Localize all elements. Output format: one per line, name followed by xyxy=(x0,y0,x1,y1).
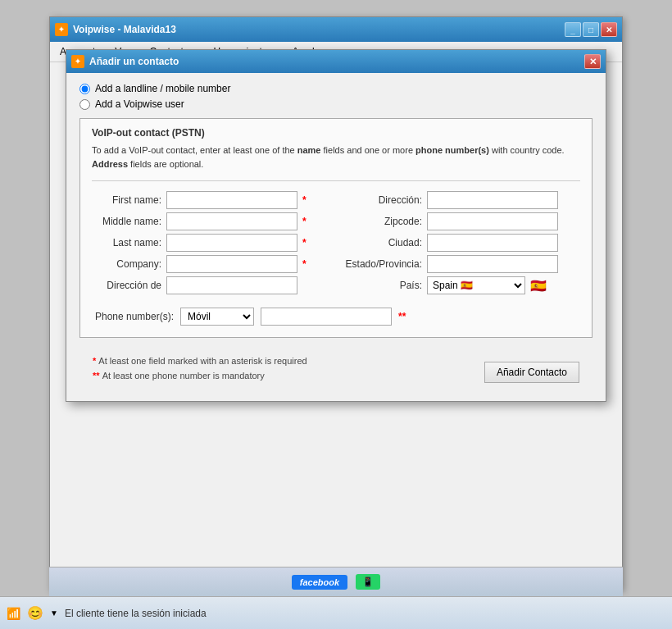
minimize-button[interactable]: _ xyxy=(565,22,581,37)
dropdown-arrow[interactable]: ▼ xyxy=(50,608,58,618)
desc-part2: fields and one or more xyxy=(320,145,415,155)
firstname-input[interactable] xyxy=(166,191,297,209)
company-star: * xyxy=(302,258,306,270)
desc-bold1: name xyxy=(297,145,321,155)
company-label: Company: xyxy=(92,258,161,270)
form-left-col: First name: * Middle name: * Last name: … xyxy=(92,191,328,298)
direccion-input[interactable] xyxy=(427,191,558,209)
dialog-title: Añadir un contacto xyxy=(89,56,179,67)
firstname-label: First name: xyxy=(92,194,161,206)
maximize-button[interactable]: □ xyxy=(583,22,599,37)
titlebar-left: ✦ Voipwise - Malavida13 xyxy=(55,23,176,36)
firstname-row: First name: * xyxy=(92,191,328,209)
firstname-star: * xyxy=(302,194,306,206)
radio-voipwise-label: Add a Voipwise user xyxy=(95,98,184,110)
footnotes: * At least one field marked with an aste… xyxy=(93,354,307,383)
middlename-input[interactable] xyxy=(166,212,297,230)
direccion-label: Dirección: xyxy=(344,194,422,206)
ciudad-input[interactable] xyxy=(427,234,558,252)
footnote1-text: At least one field marked with an asteri… xyxy=(98,356,306,366)
phone-type-select[interactable]: Móvil Casa Trabajo Otro xyxy=(180,308,254,326)
middlename-row: Middle name: * xyxy=(92,212,328,230)
phone-row: Phone number(s): Móvil Casa Trabajo Otro… xyxy=(92,308,580,326)
lastname-label: Last name: xyxy=(92,237,161,248)
direccion-de-row: Dirección de xyxy=(92,276,328,294)
dialog-window: ✦ Añadir un contacto ✕ Add a landline / … xyxy=(66,49,606,402)
zipcode-row: Zipcode: xyxy=(344,212,580,230)
smiley-icon: 😊 xyxy=(27,605,43,621)
company-input[interactable] xyxy=(166,255,297,273)
lastname-input[interactable] xyxy=(166,234,297,252)
ciudad-row: Ciudad: xyxy=(344,234,580,252)
footnote2-text: At least one phone number is mandatory xyxy=(102,371,265,381)
lastname-star: * xyxy=(302,237,306,248)
middlename-label: Middle name: xyxy=(92,216,161,227)
direccion-row: Dirección: xyxy=(344,191,580,209)
dialog-titlebar: ✦ Añadir un contacto ✕ xyxy=(66,50,606,73)
phone-label: Phone number(s): xyxy=(92,311,174,322)
whatsapp-button[interactable]: 📱 xyxy=(356,574,380,590)
desc-part4: fields are optional. xyxy=(128,159,203,169)
radio-group: Add a landline / mobile number Add a Voi… xyxy=(79,83,593,110)
radio-landline-label: Add a landline / mobile number xyxy=(95,83,230,94)
pais-select[interactable]: Spain 🇪🇸 France Germany United States xyxy=(427,276,525,294)
footer-area: * At least one field marked with an aste… xyxy=(79,346,593,391)
zipcode-label: Zipcode: xyxy=(344,216,422,227)
footnote2-star: ** xyxy=(93,371,102,381)
section-desc: To add a VoIP-out contact, enter at leas… xyxy=(92,144,580,171)
footnote2: ** At least one phone number is mandator… xyxy=(93,369,307,384)
desc-bold3: Address xyxy=(92,159,128,169)
company-row: Company: * xyxy=(92,255,328,273)
radio-landline[interactable] xyxy=(79,84,90,94)
facebook-button[interactable]: facebook xyxy=(292,575,347,590)
direccion-de-input[interactable] xyxy=(166,276,297,294)
ciudad-label: Ciudad: xyxy=(344,237,422,248)
radio-option-voipwise: Add a Voipwise user xyxy=(79,98,593,110)
footnote1: * At least one field marked with an aste… xyxy=(93,354,307,369)
radio-voipwise[interactable] xyxy=(79,99,90,110)
desc-part3: with country code. xyxy=(489,145,565,155)
zipcode-input[interactable] xyxy=(427,212,558,230)
desc-bold2: phone number(s) xyxy=(415,145,489,155)
estado-input[interactable] xyxy=(427,255,558,273)
dialog-rss-icon: ✦ xyxy=(71,55,84,68)
main-window-title: Voipwise - Malavida13 xyxy=(73,24,176,35)
social-bar: facebook 📱 xyxy=(49,567,623,596)
dialog-titlebar-left: ✦ Añadir un contacto xyxy=(71,55,179,68)
radio-option-landline: Add a landline / mobile number xyxy=(79,83,593,94)
form-divider xyxy=(92,180,580,181)
dialog-body: Add a landline / mobile number Add a Voi… xyxy=(66,73,606,401)
pais-row: País: Spain 🇪🇸 France Germany United Sta… xyxy=(344,276,580,294)
form-right-col: Dirección: Zipcode: Ciudad: Estado/Provi… xyxy=(328,191,580,298)
flag-icon: 🇪🇸 xyxy=(530,278,547,294)
voip-section: VoIP-out contact (PSTN) To add a VoIP-ou… xyxy=(79,118,593,338)
middlename-star: * xyxy=(302,216,306,227)
signal-icon: 📶 xyxy=(7,607,20,620)
phone-double-star: ** xyxy=(398,311,406,322)
add-contact-button[interactable]: Añadir Contacto xyxy=(484,362,579,383)
dialog-close-button[interactable]: ✕ xyxy=(584,54,601,69)
phone-number-input[interactable] xyxy=(261,308,392,326)
section-title: VoIP-out contact (PSTN) xyxy=(92,127,580,139)
estado-label: Estado/Provincia: xyxy=(344,258,422,270)
rss-icon: ✦ xyxy=(55,23,68,36)
desc-part1: To add a VoIP-out contact, enter at leas… xyxy=(92,145,297,155)
main-titlebar: ✦ Voipwise - Malavida13 _ □ ✕ xyxy=(50,17,622,42)
form-columns: First name: * Middle name: * Last name: … xyxy=(92,191,580,298)
window-controls: _ □ ✕ xyxy=(565,22,617,37)
lastname-row: Last name: * xyxy=(92,234,328,252)
direccion-de-label: Dirección de xyxy=(92,280,161,291)
pais-label: País: xyxy=(344,280,422,291)
close-button-main[interactable]: ✕ xyxy=(601,22,617,37)
status-text: El cliente tiene la sesión iniciada xyxy=(65,608,207,619)
estado-row: Estado/Provincia: xyxy=(344,255,580,273)
taskbar: 📶 😊 ▼ El cliente tiene la sesión iniciad… xyxy=(0,596,672,629)
